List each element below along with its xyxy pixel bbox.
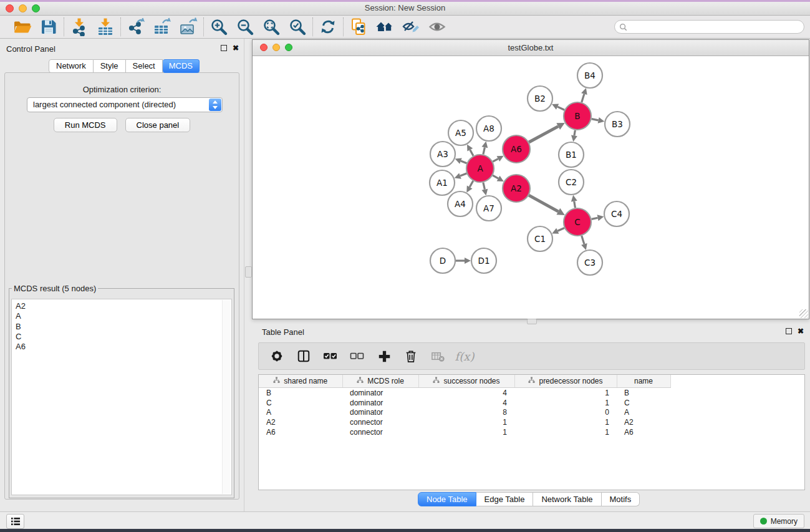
node-B1[interactable]: B1	[559, 142, 584, 167]
scrollbar-track[interactable]	[222, 300, 231, 494]
column-header-predecessor-nodes[interactable]: predecessor nodes	[514, 375, 617, 388]
cell-predecessor-nodes[interactable]: 1	[514, 388, 617, 398]
node-C4[interactable]: C4	[604, 201, 629, 226]
cell-MCDS-role[interactable]: dominator	[342, 388, 418, 398]
close-window-button[interactable]	[6, 4, 14, 12]
edge-B-B1[interactable]	[574, 130, 575, 136]
node-A5[interactable]: A5	[448, 120, 473, 145]
tab-network[interactable]: Network	[49, 59, 94, 73]
node-C[interactable]: C	[564, 208, 591, 236]
mcds-result-item[interactable]: A2	[16, 301, 231, 311]
export-image-icon[interactable]	[179, 17, 198, 36]
node-A7[interactable]: A7	[476, 196, 501, 221]
network-window-titlebar[interactable]: testGlobe.txt	[253, 40, 809, 56]
import-network-icon[interactable]	[70, 17, 89, 36]
edge-A-A4[interactable]	[470, 181, 473, 187]
cell-MCDS-role[interactable]: dominator	[342, 398, 418, 408]
node-A[interactable]: A	[466, 155, 494, 182]
edge-A-A1[interactable]	[460, 173, 466, 176]
edge-A-A8[interactable]	[483, 147, 485, 154]
table-row[interactable]: Bdominator41B	[259, 388, 804, 398]
cell-predecessor-nodes[interactable]: 1	[514, 427, 617, 437]
home-layout-icon[interactable]	[375, 17, 394, 36]
cell-successor-nodes[interactable]: 1	[418, 417, 514, 427]
delete-column-icon[interactable]	[403, 349, 418, 364]
show-graphics-details-icon[interactable]	[428, 17, 446, 36]
search-field[interactable]	[614, 20, 804, 34]
node-A1[interactable]: A1	[430, 170, 455, 195]
export-table-icon[interactable]	[153, 17, 171, 36]
node-B4[interactable]: B4	[577, 63, 602, 88]
open-session-icon[interactable]	[13, 17, 32, 36]
cell-shared-name[interactable]: B	[259, 388, 342, 398]
edge-A2-C[interactable]	[529, 195, 558, 211]
cell-MCDS-role[interactable]: connector	[342, 417, 418, 427]
cell-shared-name[interactable]: C	[259, 398, 342, 408]
edge-A-A2[interactable]	[493, 175, 498, 178]
export-network-icon[interactable]	[127, 17, 145, 36]
edge-A6-B[interactable]	[529, 127, 558, 142]
save-session-icon[interactable]	[39, 17, 58, 36]
column-header-shared-name[interactable]: shared name	[259, 375, 342, 388]
node-B3[interactable]: B3	[605, 112, 630, 137]
cell-successor-nodes[interactable]: 8	[418, 408, 514, 418]
tab-mcds[interactable]: MCDS	[163, 59, 200, 73]
node-B[interactable]: B	[564, 102, 591, 130]
node-A8[interactable]: A8	[476, 116, 501, 141]
node-C1[interactable]: C1	[528, 226, 552, 251]
zoom-fit-icon[interactable]	[262, 17, 281, 36]
zoom-in-icon[interactable]	[210, 17, 228, 36]
network-minimize-button[interactable]	[272, 44, 280, 51]
edge-C-C4[interactable]	[592, 218, 598, 219]
zoom-out-icon[interactable]	[236, 17, 254, 36]
cell-name[interactable]: A6	[617, 427, 670, 437]
vertical-divider-grip[interactable]	[245, 266, 252, 278]
table-row[interactable]: A2connector11A2	[259, 417, 804, 427]
cell-predecessor-nodes[interactable]: 1	[514, 417, 617, 427]
zoom-selected-icon[interactable]	[288, 17, 307, 36]
task-history-button[interactable]	[6, 514, 24, 529]
network-zoom-button[interactable]	[285, 44, 292, 51]
minimize-window-button[interactable]	[19, 4, 27, 12]
tab-edge-table[interactable]: Edge Table	[476, 492, 534, 506]
cell-successor-nodes[interactable]: 4	[418, 398, 514, 408]
table-row[interactable]: Cdominator41C	[259, 398, 804, 408]
node-A3[interactable]: A3	[430, 142, 455, 167]
table-row[interactable]: Adominator80A	[259, 408, 804, 418]
select-all-icon[interactable]	[323, 349, 338, 364]
table-options-gear-icon[interactable]	[269, 349, 284, 364]
mcds-result-item[interactable]: A	[16, 311, 231, 321]
cell-name[interactable]: C	[617, 398, 670, 408]
hide-graphics-details-icon[interactable]	[402, 17, 420, 36]
close-panel-button[interactable]: Close panel	[125, 118, 191, 132]
cell-name[interactable]: A	[617, 408, 670, 418]
deselect-all-icon[interactable]	[350, 349, 365, 364]
run-mcds-button[interactable]: Run MCDS	[54, 118, 117, 132]
node-D1[interactable]: D1	[471, 248, 496, 273]
close-table-panel-icon[interactable]: ✖	[798, 328, 804, 334]
memory-button[interactable]: Memory	[753, 514, 804, 528]
mcds-result-item[interactable]: C	[16, 332, 231, 342]
cell-name[interactable]: A2	[617, 417, 670, 427]
zoom-window-button[interactable]	[32, 4, 40, 12]
edge-C-C3[interactable]	[582, 236, 584, 244]
horizontal-divider-grip[interactable]	[527, 319, 537, 324]
cell-MCDS-role[interactable]: dominator	[342, 408, 418, 418]
mcds-result-list[interactable]: A2ABCA6	[11, 299, 232, 495]
tab-select[interactable]: Select	[126, 59, 163, 73]
mcds-result-item[interactable]: B	[16, 322, 231, 332]
edge-A-A3[interactable]	[461, 161, 467, 163]
tab-network-table[interactable]: Network Table	[533, 492, 601, 506]
refresh-icon[interactable]	[319, 17, 337, 36]
cell-predecessor-nodes[interactable]: 0	[514, 408, 617, 418]
import-table-icon[interactable]	[96, 17, 115, 36]
edge-B-B2[interactable]	[557, 107, 564, 110]
cell-shared-name[interactable]: A	[259, 408, 342, 418]
edge-A-A7[interactable]	[483, 182, 485, 189]
close-panel-icon[interactable]: ✖	[233, 45, 239, 51]
node-C2[interactable]: C2	[559, 170, 584, 195]
table-row[interactable]: A6connector11A6	[259, 427, 804, 437]
column-header-successor-nodes[interactable]: successor nodes	[418, 375, 514, 388]
copy-network-view-icon[interactable]	[349, 17, 368, 36]
network-canvas[interactable]: AA1A2A3A4A5A6A7A8BB1B2B3B4CC1C2C3C4DD1	[253, 56, 809, 319]
